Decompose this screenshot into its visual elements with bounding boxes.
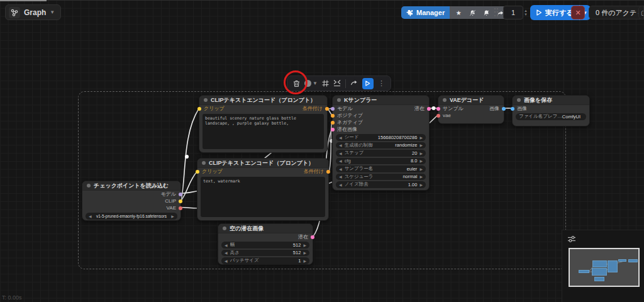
collapse-dot[interactable] <box>443 98 447 102</box>
output-port-conditioning[interactable] <box>326 170 330 174</box>
decrement-icon[interactable] <box>225 242 230 248</box>
increment-icon[interactable] <box>419 142 423 148</box>
input-port-images[interactable] <box>511 107 514 111</box>
delete-icon[interactable] <box>293 80 300 87</box>
increment-icon[interactable] <box>419 158 423 164</box>
increment-icon[interactable] <box>171 214 174 218</box>
frame-nodes-icon[interactable] <box>322 80 329 87</box>
minimap[interactable] <box>569 248 640 287</box>
decrement-icon[interactable] <box>339 166 345 172</box>
widget-height[interactable]: 高さ512 <box>221 250 309 257</box>
node-ksampler[interactable]: Kサンプラー モデル 潜在 ポジティブ ネガティブ 潜在画像 シード156680… <box>332 95 430 191</box>
output-port-image[interactable] <box>502 107 506 111</box>
increment-icon[interactable] <box>419 174 423 179</box>
widget-width[interactable]: 幅512 <box>221 242 309 249</box>
input-port-negative[interactable] <box>331 121 335 125</box>
panel-toggle-button[interactable]: ▢ <box>638 6 644 20</box>
node-load-checkpoint[interactable]: チェックポイントを読み込む モデル CLIP VAE v1-5-pruned-e… <box>82 181 181 221</box>
batch-count-stepper[interactable]: ▲▼ <box>524 6 528 20</box>
increment-icon[interactable] <box>303 250 306 255</box>
chevron-down-icon: ▼ <box>313 81 318 86</box>
decrement-icon[interactable] <box>225 250 230 255</box>
prompt-textarea[interactable]: beautiful scenery nature glass bottle la… <box>203 114 324 149</box>
input-port-samples[interactable] <box>436 107 440 111</box>
widget-ckpt-name[interactable]: v1-5-pruned-emaonly-fp16.safetensors <box>86 213 177 220</box>
collapse-dot[interactable] <box>223 226 226 230</box>
input-port-positive[interactable] <box>331 114 335 118</box>
toolbar-drag-handle[interactable] <box>494 8 499 17</box>
widget-cfg[interactable]: cfg8.0 <box>336 158 426 165</box>
widget-seed[interactable]: シード156680208700286 <box>336 134 426 141</box>
decrement-icon[interactable] <box>339 182 345 187</box>
node-header[interactable]: Kサンプラー <box>333 96 429 105</box>
stepper-down-icon[interactable]: ▼ <box>524 13 528 16</box>
minimap-node <box>608 260 618 272</box>
manager-toolbar: Manager ★ <box>401 6 509 19</box>
input-port-latent-image[interactable] <box>331 128 335 131</box>
node-empty-latent-image[interactable]: 空の潜在画像 潜在 幅512 高さ512 バッチサイズ1 <box>218 223 313 265</box>
node-header[interactable]: 空の潜在画像 <box>218 224 313 233</box>
graph-icon <box>9 7 20 18</box>
minimap-settings-icon[interactable] <box>567 234 576 245</box>
node-save-image[interactable]: 画像を保存 画像 ファイル名プレフィッ ...ComfyUI <box>512 95 590 126</box>
node-header[interactable]: VAEデコード <box>438 96 504 105</box>
input-port-clip[interactable] <box>196 170 199 174</box>
bell-muted-icon[interactable] <box>466 8 479 18</box>
widget-batch-size[interactable]: バッチサイズ1 <box>221 257 309 264</box>
increment-icon[interactable] <box>419 166 423 172</box>
decrement-icon[interactable] <box>339 150 345 156</box>
decrement-icon[interactable] <box>225 258 230 264</box>
increment-icon[interactable] <box>419 150 423 156</box>
decrement-icon[interactable] <box>339 135 345 140</box>
collapse-dot[interactable] <box>337 98 341 102</box>
batch-count-input[interactable]: 1 <box>503 6 523 20</box>
widget-denoise[interactable]: ノイズ除去1.00 <box>336 181 426 188</box>
node-header[interactable]: CLIPテキストエンコード（プロンプト） <box>199 96 327 105</box>
collapse-dot[interactable] <box>204 98 208 102</box>
widget-sampler-name[interactable]: サンプラー名euler <box>336 165 426 172</box>
decrement-icon[interactable] <box>89 214 94 218</box>
output-port-vae[interactable] <box>179 206 182 210</box>
active-jobs-button[interactable]: 0 件のアクティブ <box>589 6 644 20</box>
more-options-icon[interactable]: ⋮ <box>378 79 385 87</box>
graph-selector[interactable]: Graph ▼ <box>5 4 61 20</box>
run-selection-button[interactable] <box>362 78 374 89</box>
node-header[interactable]: チェックポイントを読み込む <box>82 181 180 191</box>
increment-icon[interactable] <box>419 182 423 187</box>
node-header[interactable]: CLIPテキストエンコード（プロンプト） <box>197 159 328 168</box>
increment-icon[interactable] <box>303 258 306 264</box>
collapse-nodes-icon[interactable] <box>333 80 341 87</box>
output-port-latent[interactable] <box>311 235 314 239</box>
star-icon[interactable]: ★ <box>452 8 465 18</box>
collapse-dot[interactable] <box>517 98 521 102</box>
node-title: CLIPテキストエンコード（プロンプト） <box>209 159 314 167</box>
input-port-clip[interactable] <box>197 107 201 111</box>
bypass-toggle[interactable]: ▼ <box>304 80 318 87</box>
node-vae-decode[interactable]: VAEデコード サンプル 画像 vae <box>438 95 504 124</box>
widget-control-after-generate[interactable]: 生成後の制御randomize <box>336 142 426 149</box>
output-port-latent[interactable] <box>427 107 431 111</box>
widget-steps[interactable]: ステップ20 <box>336 150 426 157</box>
increment-icon[interactable] <box>303 242 306 248</box>
node-clip-text-encode-negative[interactable]: CLIPテキストエンコード（プロンプト） クリップ 条件付け text, wat… <box>197 158 329 221</box>
input-port-vae[interactable] <box>436 114 440 118</box>
cancel-button[interactable]: ✕ <box>571 6 585 20</box>
decrement-icon[interactable] <box>339 142 345 148</box>
collapse-dot[interactable] <box>202 161 206 165</box>
node-clip-text-encode-positive[interactable]: CLIPテキストエンコード（プロンプト） クリップ 条件付け beautiful… <box>199 95 328 153</box>
collapse-dot[interactable] <box>87 184 91 187</box>
output-port-model[interactable] <box>179 193 182 196</box>
input-port-model[interactable] <box>331 107 335 111</box>
widget-filename-prefix[interactable]: ファイル名プレフィッ ...ComfyUI <box>516 113 586 120</box>
decrement-icon[interactable] <box>339 158 345 164</box>
bell-alert-icon[interactable] <box>480 8 492 18</box>
manager-button[interactable]: Manager <box>401 6 450 19</box>
output-port-clip[interactable] <box>179 199 182 203</box>
output-port-conditioning[interactable] <box>325 107 329 111</box>
rerun-icon[interactable] <box>350 80 358 87</box>
decrement-icon[interactable] <box>339 174 345 179</box>
prompt-textarea[interactable]: text, watermark <box>201 177 325 217</box>
node-header[interactable]: 画像を保存 <box>513 96 589 105</box>
widget-scheduler[interactable]: スケジューラnormal <box>336 174 426 181</box>
increment-icon[interactable] <box>419 135 423 140</box>
